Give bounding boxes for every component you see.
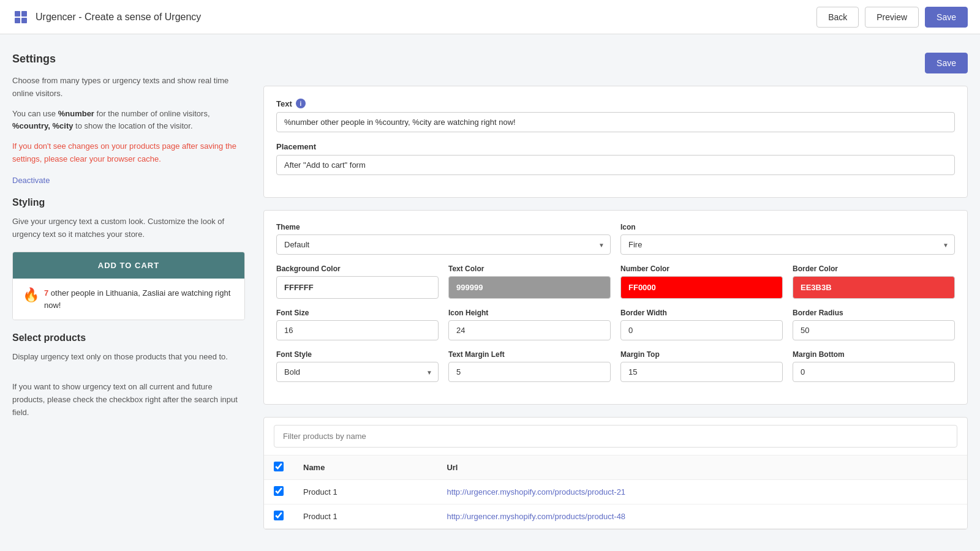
select-products-desc2: If you want to show urgency text on all … [12, 381, 245, 419]
bg-color-group: Background Color [276, 264, 439, 299]
table-row: Product 1 http://urgencer.myshopify.com/… [264, 504, 967, 529]
margin-top-group: Margin Top [620, 350, 783, 382]
app-icon [12, 9, 29, 26]
add-to-cart-preview: ADD TO CART [13, 252, 244, 279]
border-radius-input[interactable] [793, 320, 955, 340]
border-color-group: Border Color [793, 264, 955, 299]
right-panel: Save Text i Placement After "Add to cart… [263, 53, 968, 530]
icon-height-group: Icon Height [448, 309, 611, 340]
urgency-text: 7 other people in Lithuania, Zasliai are… [44, 287, 235, 311]
section-save: Save [263, 53, 968, 73]
app-title: Urgencer - Create a sense of Urgency [36, 12, 201, 23]
back-button[interactable]: Back [816, 7, 859, 28]
number-color-input[interactable] [620, 276, 783, 299]
theme-label: Theme [276, 223, 611, 231]
icon-field: Icon FireEyeClockStar ▼ [620, 223, 955, 255]
product-url-link[interactable]: http://urgencer.myshopify.com/products/p… [447, 487, 625, 497]
placement-form-group: Placement After "Add to cart" formBefore… [276, 142, 955, 175]
product-checkbox[interactable] [274, 511, 284, 520]
top-nav: Urgencer - Create a sense of Urgency Bac… [0, 0, 980, 34]
theme-select[interactable]: DefaultMinimalBold [276, 234, 611, 255]
save-button-nav[interactable]: Save [925, 7, 968, 28]
products-table-body: Product 1 http://urgencer.myshopify.com/… [264, 480, 967, 529]
text-margin-left-label: Text Margin Left [448, 350, 611, 359]
text-margin-left-group: Text Margin Left [448, 350, 611, 382]
desc2-suffix: to show the location of the visitor. [73, 121, 192, 130]
product-checkbox[interactable] [274, 486, 284, 496]
desc2-number: %number [58, 109, 94, 118]
product-name: Product 1 [293, 480, 437, 504]
main-content: Settings Choose from many types or urgen… [0, 34, 980, 548]
font-style-select[interactable]: BoldNormalItalic [276, 362, 439, 382]
color-row: Background Color Text Color Number Color… [276, 264, 955, 299]
desc2-vars: %country, %city [12, 121, 73, 130]
border-width-group: Border Width [620, 309, 783, 340]
styling-card: Theme DefaultMinimalBold ▼ Icon FireEyeC… [263, 210, 968, 405]
settings-desc1: Choose from many types or urgency texts … [12, 75, 245, 100]
border-color-label: Border Color [793, 264, 955, 273]
settings-desc2: You can use %number for the number of on… [12, 108, 245, 133]
filter-input[interactable] [274, 425, 957, 448]
font-size-label: Font Size [276, 309, 439, 317]
font-size-group: Font Size [276, 309, 439, 340]
table-row: Product 1 http://urgencer.myshopify.com/… [264, 480, 967, 504]
select-products-section: Select products Display urgency text onl… [12, 332, 245, 419]
product-name: Product 1 [293, 504, 437, 529]
text-color-group: Text Color [448, 264, 611, 299]
preview-box: ADD TO CART 🔥 7 other people in Lithuani… [12, 252, 245, 320]
border-color-input[interactable] [793, 276, 955, 299]
font-style-label: Font Style [276, 350, 439, 359]
row-checkbox-cell [264, 504, 293, 529]
margin-bottom-label: Margin Bottom [793, 350, 955, 359]
select-products-title: Select products [12, 332, 245, 343]
svg-rect-3 [21, 18, 27, 23]
icon-height-label: Icon Height [448, 309, 611, 317]
text-form-group: Text i [276, 99, 955, 132]
border-width-label: Border Width [620, 309, 783, 317]
margin-bottom-input[interactable] [793, 362, 955, 382]
th-checkbox [264, 455, 293, 480]
placement-select-wrapper: After "Add to cart" formBefore "Add to c… [276, 155, 955, 175]
text-input[interactable] [276, 112, 955, 132]
th-url: Url [437, 455, 967, 480]
border-radius-group: Border Radius [793, 309, 955, 340]
margin-top-input[interactable] [620, 362, 783, 382]
text-margin-left-input[interactable] [448, 362, 611, 382]
products-card: Name Url Product 1 http://urgencer.mysho… [263, 417, 968, 530]
product-url: http://urgencer.myshopify.com/products/p… [437, 504, 967, 529]
icon-height-input[interactable] [448, 320, 611, 340]
text-label: Text i [276, 99, 955, 108]
products-table-header: Name Url [264, 455, 967, 480]
theme-icon-row: Theme DefaultMinimalBold ▼ Icon FireEyeC… [276, 223, 955, 255]
margin-top-label: Margin Top [620, 350, 783, 359]
text-info-icon[interactable]: i [296, 99, 306, 108]
desc2-middle: for the number of online visitors, [94, 109, 210, 118]
text-color-input[interactable] [448, 276, 611, 299]
border-width-input[interactable] [620, 320, 783, 340]
font-style-group: Font Style BoldNormalItalic ▼ [276, 350, 439, 382]
svg-rect-1 [21, 11, 27, 17]
select-all-checkbox[interactable] [274, 462, 284, 471]
settings-title: Settings [12, 53, 245, 66]
theme-field: Theme DefaultMinimalBold ▼ [276, 223, 611, 255]
save-button-section[interactable]: Save [925, 53, 968, 73]
placement-select[interactable]: After "Add to cart" formBefore "Add to c… [276, 155, 955, 175]
svg-rect-0 [15, 11, 20, 17]
nav-actions: Back Preview Save [816, 7, 968, 28]
border-radius-label: Border Radius [793, 309, 955, 317]
placement-label: Placement [276, 142, 955, 151]
styling-title: Styling [12, 197, 245, 208]
bg-color-label: Background Color [276, 264, 439, 273]
bg-color-input[interactable] [276, 276, 439, 299]
icon-select[interactable]: FireEyeClockStar [620, 234, 955, 255]
th-name: Name [293, 455, 437, 480]
preview-button[interactable]: Preview [865, 7, 919, 28]
svg-rect-2 [15, 18, 20, 23]
settings-warning: If you don't see changes on your product… [12, 140, 245, 166]
margin-bottom-group: Margin Bottom [793, 350, 955, 382]
number-color-label: Number Color [620, 264, 783, 273]
font-size-input[interactable] [276, 320, 439, 340]
sidebar: Settings Choose from many types or urgen… [12, 53, 245, 530]
product-url-link[interactable]: http://urgencer.myshopify.com/products/p… [447, 512, 625, 521]
deactivate-link[interactable]: Deactivate [12, 176, 50, 185]
